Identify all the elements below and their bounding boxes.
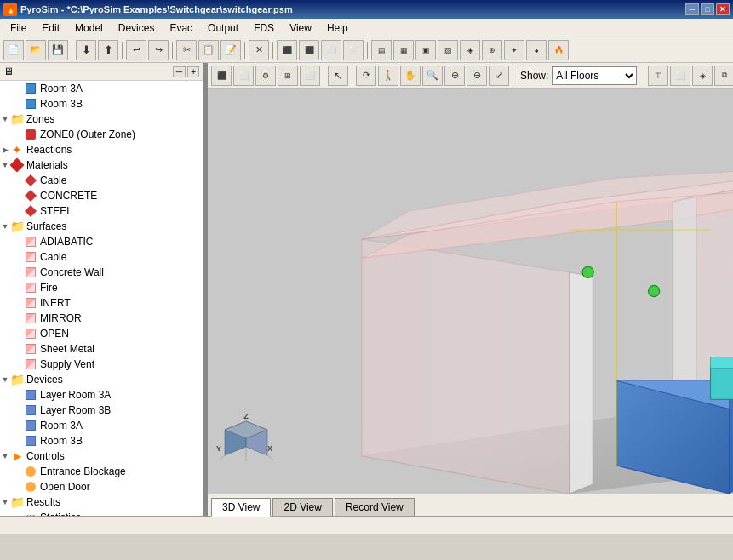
save-button[interactable]: 💾 <box>48 40 68 60</box>
maximize-button[interactable]: □ <box>701 3 714 15</box>
tab-2d-view[interactable]: 2D View <box>272 498 332 516</box>
new-button[interactable]: 📄 <box>3 40 24 60</box>
orbit-tool[interactable]: ⟳ <box>356 66 376 86</box>
view-btn-2[interactable]: ⬜ <box>233 66 254 86</box>
view-top[interactable]: ⊤ <box>648 66 668 86</box>
tree-item-concrete-wall[interactable]: Concrete Wall <box>0 265 203 280</box>
expand-icon <box>14 298 24 308</box>
export-button[interactable]: ⬆ <box>98 40 118 60</box>
tree-item-cable[interactable]: Cable <box>0 173 203 188</box>
view-btn-3[interactable]: ⚙ <box>255 66 276 86</box>
tree-item-reactions[interactable]: ▶✦Reactions <box>0 142 203 157</box>
menu-help[interactable]: Help <box>320 20 355 36</box>
tree-item-dev-room-3b[interactable]: Room 3B <box>0 433 203 449</box>
tb-btn-8[interactable]: ▨ <box>438 40 458 60</box>
svg-line-36 <box>267 455 273 460</box>
minimize-button[interactable]: ─ <box>685 3 699 15</box>
menu-fds[interactable]: FDS <box>247 20 281 36</box>
menu-output[interactable]: Output <box>201 20 245 36</box>
svg-rect-14 <box>711 367 733 400</box>
titlebar-buttons[interactable]: ─ □ ✕ <box>685 3 730 15</box>
undo-button[interactable]: ↩ <box>126 40 146 60</box>
delete-button[interactable]: ✕ <box>249 40 269 60</box>
tb-btn-10[interactable]: ⊕ <box>482 40 502 60</box>
zoom-tool[interactable]: 🔍 <box>422 66 443 86</box>
tree-item-results[interactable]: ▼📁Results <box>0 494 203 510</box>
walk-tool[interactable]: 🚶 <box>378 66 398 86</box>
collapse-all-button[interactable]: ─ <box>173 66 186 77</box>
tb-btn-3[interactable]: ⬜ <box>321 40 341 60</box>
tb-btn-1[interactable]: ⬛ <box>277 40 297 60</box>
tb-btn-12[interactable]: ⬧ <box>526 40 547 60</box>
tb-btn-9[interactable]: ◈ <box>460 40 480 60</box>
tree-item-entrance-blockage[interactable]: Entrance Blockage <box>0 464 203 479</box>
tree-item-steel[interactable]: STEEL <box>0 203 203 219</box>
cut-button[interactable]: ✂ <box>176 40 197 60</box>
menu-model[interactable]: Model <box>68 20 110 36</box>
view-btn-5[interactable]: ⬜ <box>300 66 320 86</box>
tree-item-zones[interactable]: ▼📁Zones <box>0 111 203 127</box>
tree-item-room3a[interactable]: Room 3A <box>0 81 203 96</box>
menu-file[interactable]: File <box>3 20 33 36</box>
select-tool[interactable]: ↖ <box>328 66 348 86</box>
floor-select[interactable]: All Floors <box>552 66 637 85</box>
tree-item-open-door[interactable]: Open Door <box>0 479 203 494</box>
surface-icon <box>24 327 37 340</box>
tree-item-sheet-metal[interactable]: Sheet Metal <box>0 341 203 357</box>
tree-item-fire[interactable]: Fire <box>0 280 203 295</box>
tb-btn-11[interactable]: ✦ <box>504 40 524 60</box>
tree-item-devices[interactable]: ▼📁Devices <box>0 372 203 387</box>
tab-record-view[interactable]: Record View <box>335 498 415 516</box>
tree-item-room3b[interactable]: Room 3B <box>0 96 203 111</box>
tree-item-dev-room-3a[interactable]: Room 3A <box>0 418 203 433</box>
tree-item-supply-vent[interactable]: Supply Vent <box>0 357 203 372</box>
view-toggle[interactable]: ⧉ <box>714 66 733 86</box>
close-button[interactable]: ✕ <box>716 3 730 15</box>
tree-item-controls[interactable]: ▼▶Controls <box>0 449 203 464</box>
view-btn-1[interactable]: ⬛ <box>211 66 232 86</box>
import-button[interactable]: ⬇ <box>76 40 96 60</box>
tree-item-surfaces[interactable]: ▼📁Surfaces <box>0 219 203 234</box>
expand-all-button[interactable]: + <box>187 66 199 77</box>
tree-item-inert[interactable]: INERT <box>0 295 203 311</box>
view-3d[interactable]: ◈ <box>692 66 713 86</box>
surface-icon <box>24 311 37 325</box>
tree-item-concrete[interactable]: CONCRETE <box>0 188 203 203</box>
paste-button[interactable]: 📝 <box>220 40 241 60</box>
tree-item-surf-cable[interactable]: Cable <box>0 249 203 265</box>
tree-item-materials[interactable]: ▼Materials <box>0 157 203 173</box>
zone-icon <box>24 128 37 141</box>
menu-evac[interactable]: Evac <box>163 20 199 36</box>
zoom-in-tool[interactable]: ⊕ <box>444 66 465 86</box>
view-front[interactable]: ⬜ <box>670 66 690 86</box>
tab-3d-view[interactable]: 3D View <box>211 498 271 517</box>
menu-edit[interactable]: Edit <box>35 20 66 36</box>
redo-button[interactable]: ↪ <box>148 40 169 60</box>
tree-label: Statistics <box>40 511 203 516</box>
pan-tool[interactable]: ✋ <box>400 66 421 86</box>
tree-item-statistics[interactable]: ¹²³Statistics <box>0 510 203 516</box>
tb-btn-4[interactable]: ⬜ <box>343 40 364 60</box>
zoom-out-tool[interactable]: ⊖ <box>467 66 487 86</box>
vsep3 <box>513 67 513 84</box>
open-button[interactable]: 📂 <box>26 40 46 60</box>
tb-btn-7[interactable]: ▣ <box>415 40 436 60</box>
menu-devices[interactable]: Devices <box>112 20 162 36</box>
expand-icon <box>14 237 24 247</box>
tree-item-mirror[interactable]: MIRROR <box>0 311 203 326</box>
zoom-fit-tool[interactable]: ⤢ <box>489 66 509 86</box>
view-btn-4[interactable]: ⊞ <box>278 66 298 86</box>
tb-btn-5[interactable]: ▤ <box>371 40 392 60</box>
tb-btn-2[interactable]: ⬛ <box>299 40 319 60</box>
tree-item-layer-room-3a[interactable]: Layer Room 3A <box>0 387 203 403</box>
tree-item-adiabatic[interactable]: ADIABATIC <box>0 234 203 249</box>
tree-item-zone0[interactable]: ZONE0 (Outer Zone) <box>0 127 203 142</box>
surface-icon <box>24 342 37 356</box>
tree-item-open[interactable]: OPEN <box>0 326 203 341</box>
tb-btn-13[interactable]: 🔥 <box>548 40 569 60</box>
viewport[interactable]: Z Y X 万森消防 018-56100119 www.A119.com.cn <box>208 89 733 494</box>
copy-button[interactable]: 📋 <box>198 40 219 60</box>
tree-item-layer-room-3b[interactable]: Layer Room 3B <box>0 403 203 418</box>
tb-btn-6[interactable]: ▦ <box>393 40 414 60</box>
menu-view[interactable]: View <box>283 20 318 36</box>
